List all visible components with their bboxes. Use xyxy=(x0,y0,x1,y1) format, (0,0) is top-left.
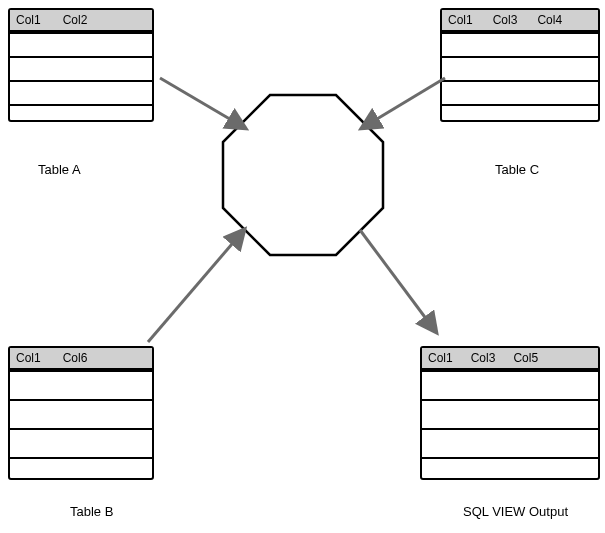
table-row xyxy=(422,370,598,399)
table-c-col1: Col1 xyxy=(448,13,473,27)
table-c-col2: Col3 xyxy=(493,13,518,27)
table-a-col1: Col1 xyxy=(16,13,41,27)
table-b: Col1 Col6 xyxy=(8,346,154,480)
sql-view-label: SQL VIEW xyxy=(274,168,336,182)
table-output-col1: Col1 xyxy=(428,351,453,365)
arrow-view-to-output xyxy=(360,230,436,332)
table-row xyxy=(10,104,152,128)
table-output-header: Col1 Col3 Col5 xyxy=(422,348,598,370)
table-row xyxy=(10,56,152,80)
table-row xyxy=(422,399,598,428)
table-a-caption: Table A xyxy=(38,162,81,177)
table-b-caption: Table B xyxy=(70,504,113,519)
table-a: Col1 Col2 xyxy=(8,8,154,122)
arrow-a-to-view xyxy=(160,78,245,128)
table-b-header: Col1 Col6 xyxy=(10,348,152,370)
table-b-col2: Col6 xyxy=(63,351,88,365)
diagram-canvas: Col1 Col2 Table A Col1 Col3 Col4 Table C… xyxy=(0,0,605,533)
table-a-col2: Col2 xyxy=(63,13,88,27)
table-b-col1: Col1 xyxy=(16,351,41,365)
table-row xyxy=(422,457,598,486)
table-c-col3: Col4 xyxy=(537,13,562,27)
table-a-header: Col1 Col2 xyxy=(10,10,152,32)
table-c-caption: Table C xyxy=(495,162,539,177)
table-row xyxy=(442,104,598,128)
table-row xyxy=(442,56,598,80)
table-row xyxy=(442,80,598,104)
table-output-col2: Col3 xyxy=(471,351,496,365)
table-output-caption: SQL VIEW Output xyxy=(463,504,568,519)
arrow-b-to-view xyxy=(148,230,244,342)
table-row xyxy=(10,80,152,104)
table-output-col3: Col5 xyxy=(513,351,538,365)
table-row xyxy=(10,370,152,399)
table-row xyxy=(10,32,152,56)
table-row xyxy=(442,32,598,56)
table-output: Col1 Col3 Col5 xyxy=(420,346,600,480)
table-row xyxy=(422,428,598,457)
table-c: Col1 Col3 Col4 xyxy=(440,8,600,122)
table-row xyxy=(10,399,152,428)
table-row xyxy=(10,457,152,486)
table-c-header: Col1 Col3 Col4 xyxy=(442,10,598,32)
table-row xyxy=(10,428,152,457)
arrow-c-to-view xyxy=(362,78,445,128)
